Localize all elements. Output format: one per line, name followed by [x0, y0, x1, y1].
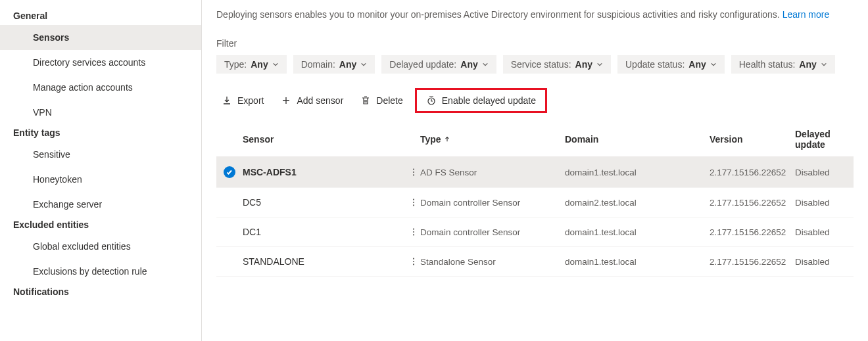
more-vertical-icon — [409, 198, 418, 207]
col-domain[interactable]: Domain — [565, 134, 710, 145]
delete-button[interactable]: Delete — [355, 91, 408, 110]
sensor-version: 2.177.15156.22652 — [710, 168, 795, 177]
download-icon — [222, 95, 232, 106]
filter-delayed-update[interactable]: Delayed update: Any — [381, 55, 496, 74]
filters-bar: Type: Any Domain: Any Delayed update: An… — [216, 55, 854, 74]
row-more-button[interactable] — [407, 257, 420, 266]
more-vertical-icon — [409, 257, 418, 266]
sensor-name: DC5 — [243, 197, 407, 208]
sensor-delayed-update: Disabled — [795, 198, 861, 208]
col-version[interactable]: Version — [710, 134, 795, 145]
col-sensor[interactable]: Sensor — [243, 134, 407, 145]
chevron-down-icon — [710, 61, 717, 68]
table-header: Sensor Type Domain Version Delayed updat… — [216, 122, 854, 157]
more-vertical-icon — [409, 168, 418, 177]
filter-delayed-update-value: Any — [460, 59, 477, 70]
toolbar: Export Add sensor Delete Enable delayed … — [216, 85, 854, 122]
page-description: Deploying sensors enables you to monitor… — [216, 9, 854, 20]
filter-health-status-label: Health status: — [739, 59, 796, 70]
svg-point-8 — [413, 231, 414, 233]
nav-exchange-server[interactable]: Exchange server — [0, 192, 201, 217]
filter-update-status[interactable]: Update status: Any — [617, 55, 725, 74]
filter-domain-label: Domain: — [301, 59, 335, 70]
col-type[interactable]: Type — [420, 134, 565, 145]
nav-manage-action-accounts[interactable]: Manage action accounts — [0, 75, 201, 100]
filter-type[interactable]: Type: Any — [216, 55, 287, 74]
sensor-delayed-update: Disabled — [795, 168, 861, 177]
enable-delayed-update-button[interactable]: Enable delayed update — [421, 91, 541, 110]
row-more-button[interactable] — [407, 198, 420, 207]
highlight-box: Enable delayed update — [415, 88, 547, 113]
chevron-down-icon — [272, 61, 279, 68]
sensor-type: Standalone Sensor — [420, 257, 565, 267]
sensor-type: AD FS Sensor — [420, 168, 565, 177]
section-excluded-entities: Excluded entities — [0, 217, 201, 234]
sensor-type: Domain controller Sensor — [420, 198, 565, 208]
svg-point-2 — [413, 171, 414, 173]
filter-health-status-value: Any — [799, 59, 816, 70]
sensor-domain: domain2.test.local — [565, 198, 710, 208]
row-more-button[interactable] — [407, 168, 420, 177]
main-content: Deploying sensors enables you to monitor… — [202, 0, 868, 341]
table-row[interactable]: MSC-ADFS1AD FS Sensordomain1.test.local2… — [216, 157, 854, 188]
table-row[interactable]: STANDALONEStandalone Sensordomain1.test.… — [216, 247, 854, 277]
nav-global-excluded[interactable]: Global excluded entities — [0, 234, 201, 259]
nav-sensitive[interactable]: Sensitive — [0, 142, 201, 167]
export-button[interactable]: Export — [216, 91, 269, 110]
filter-delayed-update-label: Delayed update: — [389, 59, 456, 70]
sensor-name: MSC-ADFS1 — [243, 167, 407, 177]
svg-point-7 — [413, 229, 414, 230]
sidebar: General Sensors Directory services accou… — [0, 0, 202, 341]
sensor-version: 2.177.15156.22652 — [710, 257, 795, 267]
sensor-name: STANDALONE — [243, 256, 407, 267]
filter-domain-value: Any — [339, 59, 356, 70]
description-text: Deploying sensors enables you to monitor… — [216, 9, 780, 20]
nav-directory-services[interactable]: Directory services accounts — [0, 50, 201, 75]
filter-domain[interactable]: Domain: Any — [293, 55, 375, 74]
checkmark-icon — [224, 166, 235, 178]
trash-icon — [360, 95, 371, 106]
svg-point-6 — [413, 204, 414, 206]
sensor-version: 2.177.15156.22652 — [710, 198, 795, 208]
delete-label: Delete — [376, 95, 402, 106]
sensor-type: Domain controller Sensor — [420, 227, 565, 237]
filter-type-value: Any — [251, 59, 268, 70]
nav-sensors[interactable]: Sensors — [0, 25, 201, 50]
svg-point-5 — [413, 202, 414, 203]
sensor-domain: domain1.test.local — [565, 227, 710, 237]
chevron-down-icon — [360, 61, 367, 68]
export-label: Export — [237, 95, 264, 106]
svg-point-10 — [413, 258, 414, 260]
filter-service-status-label: Service status: — [511, 59, 571, 70]
nav-honeytoken[interactable]: Honeytoken — [0, 167, 201, 192]
filter-type-label: Type: — [224, 59, 247, 70]
col-delayed[interactable]: Delayed update — [795, 129, 861, 150]
row-selector[interactable] — [216, 166, 243, 178]
nav-exclusions-by-detection[interactable]: Exclusions by detection rule — [0, 259, 201, 284]
add-sensor-button[interactable]: Add sensor — [276, 91, 349, 110]
sensor-delayed-update: Disabled — [795, 257, 861, 267]
add-sensor-label: Add sensor — [297, 95, 343, 106]
row-more-button[interactable] — [407, 227, 420, 237]
svg-point-1 — [413, 169, 414, 170]
filter-service-status[interactable]: Service status: Any — [503, 55, 611, 74]
section-notifications: Notifications — [0, 284, 201, 301]
svg-point-4 — [413, 199, 414, 200]
more-vertical-icon — [409, 227, 418, 237]
chevron-down-icon — [596, 61, 603, 68]
table-row[interactable]: DC5Domain controller Sensordomain2.test.… — [216, 188, 854, 217]
svg-point-12 — [413, 263, 414, 265]
sensor-domain: domain1.test.local — [565, 257, 710, 267]
sensors-table: Sensor Type Domain Version Delayed updat… — [216, 122, 854, 277]
enable-delayed-update-label: Enable delayed update — [442, 95, 536, 106]
sensor-name: DC1 — [243, 227, 407, 237]
nav-vpn[interactable]: VPN — [0, 100, 201, 125]
table-row[interactable]: DC1Domain controller Sensordomain1.test.… — [216, 217, 854, 247]
svg-point-11 — [413, 261, 414, 262]
filter-update-status-label: Update status: — [625, 59, 685, 70]
filter-health-status[interactable]: Health status: Any — [731, 55, 835, 74]
section-general: General — [0, 8, 201, 25]
col-type-label: Type — [420, 134, 441, 145]
learn-more-link[interactable]: Learn more — [783, 9, 830, 20]
filter-update-status-value: Any — [688, 59, 706, 70]
